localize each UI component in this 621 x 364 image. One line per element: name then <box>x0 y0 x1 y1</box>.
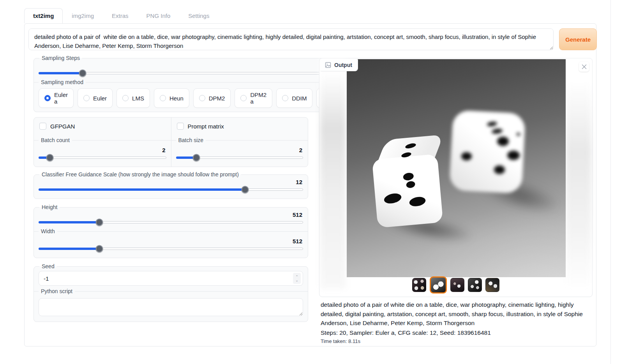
radio-dot-icon <box>122 95 129 101</box>
output-label-text: Output <box>334 62 352 68</box>
sampling-steps-label: Sampling Steps <box>39 55 82 61</box>
batch-size-label: Batch size <box>176 136 206 144</box>
slider-handle[interactable] <box>192 154 200 162</box>
radio-dpm2-a[interactable]: DPM2 a <box>235 88 272 108</box>
width-slider[interactable] <box>39 245 303 252</box>
gallery-thumbnail[interactable] <box>468 278 482 292</box>
prompt-matrix-label: Prompt matrix <box>188 123 224 130</box>
image-stage <box>320 59 591 277</box>
seed-label: Seed <box>39 263 57 269</box>
caption-time-text: Time taken: 8.11s <box>321 338 593 344</box>
slider-fill <box>39 248 99 250</box>
radio-euler[interactable]: Euler <box>78 88 113 108</box>
slider-fill <box>39 72 83 74</box>
radio-dot-icon <box>44 95 51 101</box>
prompt-matrix-checkbox-row[interactable]: Prompt matrix <box>171 118 308 135</box>
radio-label: Euler a <box>54 91 68 105</box>
tab-img2img[interactable]: img2img <box>63 8 103 23</box>
slider-fill <box>39 221 99 223</box>
batch-count-value: 2 <box>39 146 166 154</box>
batch-size-value: 2 <box>176 146 303 154</box>
batch-count-slider[interactable] <box>39 154 166 161</box>
width-value: 512 <box>39 237 303 245</box>
sampling-group: Sampling Steps 20 Sampling method Euler … <box>34 55 359 112</box>
generated-image <box>347 59 566 277</box>
slider-handle[interactable] <box>96 219 103 226</box>
slider-handle[interactable] <box>79 70 86 77</box>
radio-dot-icon <box>282 95 288 101</box>
width-label: Width <box>39 227 57 235</box>
seed-input[interactable] <box>39 271 303 286</box>
gallery-thumbnail[interactable] <box>430 276 447 294</box>
main-container: detailed photo of a pair of white die on… <box>24 23 596 346</box>
tab-txt2img[interactable]: txt2img <box>24 8 63 23</box>
radio-dot-icon <box>160 95 166 101</box>
height-label: Height <box>39 204 60 210</box>
options-batch-group: GFPGAN Prompt matrix Batch count 2 <box>34 117 308 167</box>
slider-track <box>39 157 166 159</box>
radio-euler-a[interactable]: Euler a <box>39 88 74 108</box>
cfg-scale-value: 12 <box>39 178 303 186</box>
image-edge-blur-left <box>320 59 346 289</box>
batch-size-slider[interactable] <box>176 154 303 161</box>
number-spinner[interactable]: ⌃⌄ <box>293 273 301 284</box>
chevron-down-icon[interactable]: ⌄ <box>295 279 298 282</box>
image-edge-blur-right <box>566 59 591 289</box>
output-panel: Output <box>319 58 593 297</box>
batch-size-cell: Batch size 2 <box>171 135 308 167</box>
slider-handle[interactable] <box>241 186 249 193</box>
cfg-scale-label: Classifier Free Guidance Scale (how stro… <box>39 171 241 178</box>
radio-dot-icon <box>199 95 205 101</box>
radio-label: DDIM <box>292 95 307 102</box>
radio-lms[interactable]: LMS <box>116 88 150 108</box>
gfpgan-checkbox-row[interactable]: GFPGAN <box>34 118 171 135</box>
image-icon <box>325 62 331 68</box>
blurred-die <box>451 112 524 192</box>
gallery-thumbnail[interactable] <box>412 278 426 292</box>
radio-ddim[interactable]: DDIM <box>276 88 312 108</box>
tab-png-info[interactable]: PNG Info <box>138 8 180 23</box>
sampling-steps-slider[interactable] <box>39 70 354 77</box>
sampling-method-options: Euler a Euler LMS Heun DPM2 DPM2 a DDIM … <box>39 88 354 108</box>
slider-handle[interactable] <box>46 154 54 162</box>
output-caption: detailed photo of a pair of white die on… <box>321 300 593 344</box>
gallery-thumbnail[interactable] <box>450 278 464 292</box>
height-value: 512 <box>39 211 303 218</box>
slider-handle[interactable] <box>96 245 103 253</box>
radio-dot-icon <box>83 95 90 101</box>
page-scroll-divider <box>610 0 611 364</box>
radio-label: Heun <box>169 95 183 102</box>
prompt-matrix-checkbox[interactable] <box>177 123 184 130</box>
sampling-method-label: Sampling method <box>39 78 86 86</box>
caption-params-text: Steps: 20, Sampler: Euler a, CFG scale: … <box>321 328 593 337</box>
generate-button[interactable]: Generate <box>559 28 597 50</box>
caption-prompt-text: detailed photo of a pair of white die on… <box>321 300 593 328</box>
controls-column: Sampling Steps 20 Sampling method Euler … <box>34 55 308 327</box>
gfpgan-checkbox[interactable] <box>39 123 46 130</box>
sharp-die <box>370 134 448 230</box>
radio-label: Euler <box>93 95 107 102</box>
radio-label: DPM2 a <box>250 91 266 105</box>
tab-extras[interactable]: Extras <box>103 8 138 23</box>
output-panel-label: Output <box>320 59 358 71</box>
prompt-input[interactable]: detailed photo of a pair of white die on… <box>28 28 554 50</box>
close-output-button[interactable] <box>579 62 589 72</box>
chevron-up-icon[interactable]: ⌃ <box>295 275 298 278</box>
dimensions-group: Height 512 Width 512 <box>34 204 308 258</box>
gfpgan-label: GFPGAN <box>50 123 75 130</box>
app-page: txt2img img2img Extras PNG Info Settings… <box>0 0 621 364</box>
cfg-scale-slider[interactable] <box>39 186 303 193</box>
radio-dpm2[interactable]: DPM2 <box>193 88 231 108</box>
tab-settings[interactable]: Settings <box>179 8 218 23</box>
slider-fill <box>39 188 245 191</box>
height-slider[interactable] <box>39 219 303 226</box>
gallery-thumbnail[interactable] <box>485 278 499 292</box>
seed-script-group: Seed ⌃⌄ Python script <box>34 263 308 322</box>
radio-dot-icon <box>240 95 247 101</box>
radio-heun[interactable]: Heun <box>154 88 189 108</box>
sampling-steps-value: 20 <box>39 62 354 69</box>
python-script-input[interactable] <box>39 298 303 316</box>
radio-label: DPM2 <box>209 95 225 102</box>
batch-count-cell: Batch count 2 <box>34 135 171 167</box>
python-script-label: Python script <box>39 287 75 295</box>
